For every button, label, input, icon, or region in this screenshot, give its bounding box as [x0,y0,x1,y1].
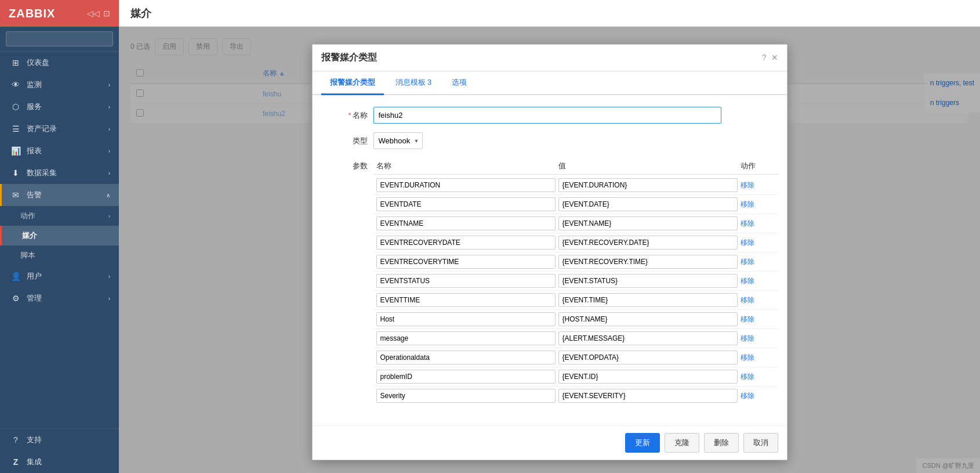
remove-link[interactable]: 移除 [741,295,775,305]
param-name-input[interactable] [376,370,556,384]
collapse-icon[interactable]: ◁◁ [87,9,100,18]
sidebar-item-label: 数据采集 [27,168,57,178]
param-name-input[interactable] [376,312,556,326]
modal-title-bar: 报警媒介类型 ? ✕ [313,45,787,71]
param-row: 移除 [373,195,778,214]
sidebar-item-datacollect[interactable]: ⬇ 数据采集 › [0,162,119,184]
remove-link[interactable]: 移除 [741,219,775,229]
param-value-input[interactable] [558,197,738,211]
sidebar-item-label: 告警 [27,190,42,200]
sidebar-item-reports[interactable]: 📊 报表 › [0,140,119,162]
param-row: 移除 [373,214,778,233]
submenu-actions[interactable]: 动作 › [0,206,119,226]
param-name-input[interactable] [376,236,556,250]
chevron-right-icon: › [108,170,110,176]
sidebar-item-label: 管理 [27,293,42,304]
sidebar-item-label: 支持 [27,435,42,445]
param-value-input[interactable] [558,236,738,250]
chevron-right-icon: › [108,126,110,132]
remove-link[interactable]: 移除 [741,180,775,190]
param-value-input[interactable] [558,293,738,307]
clone-button[interactable]: 克隆 [665,433,699,453]
sidebar-item-dashboard[interactable]: ⊞ 仪表盘 [0,52,119,74]
expand-icon[interactable]: ⊡ [103,9,110,18]
type-select-wrapper: Webhook Email SMS Script [373,132,423,149]
chevron-right-icon: › [108,82,110,88]
admin-icon: ⚙ [10,294,21,303]
help-icon[interactable]: ? [762,53,767,62]
param-value-input[interactable] [558,312,738,326]
page-header: 媒介 [119,0,980,27]
logo-text: ZABBIX [9,7,55,20]
remove-link[interactable]: 移除 [741,391,775,401]
param-name-input[interactable] [376,351,556,364]
submenu-scripts[interactable]: 脚本 [0,245,119,265]
sidebar-item-label: 服务 [27,102,42,112]
name-input[interactable] [373,107,721,124]
sidebar-item-admin[interactable]: ⚙ 管理 › [0,287,119,309]
search-input[interactable] [6,31,113,46]
param-value-input[interactable] [558,331,738,345]
submenu-label: 脚本 [20,250,35,261]
param-value-input[interactable] [558,216,738,230]
param-value-input[interactable] [558,351,738,364]
remove-link[interactable]: 移除 [741,315,775,324]
datacollect-icon: ⬇ [10,168,21,178]
remove-link[interactable]: 移除 [741,372,775,382]
modal-body: *名称 类型 Webhook Email SMS Script [313,95,787,425]
remove-link[interactable]: 移除 [741,353,775,363]
main-body: 0 已选 启用 禁用 导出 名称 ▲ 类型 状态 fei [119,27,980,473]
remove-link[interactable]: 移除 [741,238,775,248]
param-value-input[interactable] [558,370,738,384]
param-name-input[interactable] [376,255,556,269]
monitoring-icon: 👁 [10,80,21,89]
submenu-label: 动作 [20,211,35,221]
tab-message-template[interactable]: 消息模板 3 [387,71,441,95]
param-value-input[interactable] [558,255,738,269]
param-row: 移除 [373,176,778,195]
sidebar-item-alerts[interactable]: ✉ 告警 ∧ [0,184,119,206]
sidebar: ZABBIX ◁◁ ⊡ 🔍 ⊞ 仪表盘 👁 监测 › ⬡ 服务 › ☰ 资产记录… [0,0,119,473]
tab-options[interactable]: 选项 [443,71,476,95]
type-select[interactable]: Webhook Email SMS Script [373,132,423,149]
update-button[interactable]: 更新 [625,433,660,453]
delete-button[interactable]: 删除 [704,433,739,453]
sidebar-item-monitoring[interactable]: 👁 监测 › [0,74,119,96]
remove-link[interactable]: 移除 [741,257,775,267]
param-name-input[interactable] [376,293,556,307]
sidebar-item-assets[interactable]: ☰ 资产记录 › [0,118,119,140]
remove-link[interactable]: 移除 [741,276,775,286]
sidebar-item-services[interactable]: ⬡ 服务 › [0,96,119,118]
page-title: 媒介 [130,6,151,20]
remove-link[interactable]: 移除 [741,334,775,344]
sidebar-item-users[interactable]: 👤 用户 › [0,265,119,287]
sidebar-item-label: 集成 [27,457,42,467]
param-name-input[interactable] [376,216,556,230]
param-name-input[interactable] [376,331,556,345]
cancel-button[interactable]: 取消 [743,433,778,453]
chevron-right-icon: › [108,148,110,154]
modal-dialog: 报警媒介类型 ? ✕ 报警媒介类型 消息模板 3 选项 [312,44,787,460]
chevron-right-icon: › [108,213,110,219]
param-name-input[interactable] [376,197,556,211]
submenu-media[interactable]: 媒介 [0,226,119,245]
tab-media-type[interactable]: 报警媒介类型 [321,71,384,95]
param-value-input[interactable] [558,389,738,403]
params-table: 名称 值 动作 移除 移除 移除 移除 [373,158,778,405]
param-value-input[interactable] [558,274,738,288]
param-name-input[interactable] [376,178,556,192]
users-icon: 👤 [10,272,21,281]
services-icon: ⬡ [10,102,21,111]
modal-tabs: 报警媒介类型 消息模板 3 选项 [313,71,787,95]
sidebar-item-integration[interactable]: Z 集成 [0,451,119,473]
close-icon[interactable]: ✕ [771,53,778,62]
remove-link[interactable]: 移除 [741,200,775,210]
param-row: 移除 [373,233,778,252]
chevron-right-icon: › [108,295,110,302]
param-name-input[interactable] [376,274,556,288]
sidebar-search-area: 🔍 [0,27,119,52]
sidebar-item-support[interactable]: ? 支持 [0,429,119,451]
sidebar-menu: ⊞ 仪表盘 👁 监测 › ⬡ 服务 › ☰ 资产记录 › 📊 报表 › ⬇ 数据… [0,52,119,428]
param-value-input[interactable] [558,178,738,192]
param-name-input[interactable] [376,389,556,403]
